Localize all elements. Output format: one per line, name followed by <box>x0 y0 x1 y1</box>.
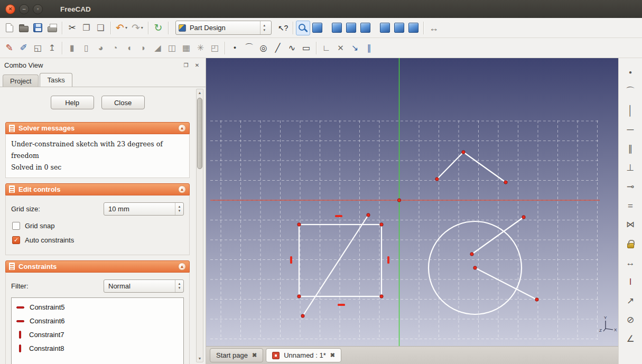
maximize-window-button[interactable] <box>33 4 43 14</box>
workbench-selector[interactable]: Part Design ▴▾ <box>175 21 272 35</box>
constraint-vertical-distance-icon[interactable]: I <box>622 274 638 290</box>
spinner-down-icon[interactable]: ▾ <box>264 28 266 32</box>
sketch-point[interactable] <box>473 266 477 269</box>
vertical-constraint-mark[interactable] <box>387 256 389 264</box>
close-tab-icon[interactable]: ✖ <box>330 352 335 359</box>
float-panel-icon[interactable]: ❐ <box>182 61 190 70</box>
spinner-up-icon[interactable]: ▴ <box>179 204 181 209</box>
tab-tasks[interactable]: Tasks <box>40 73 72 87</box>
sketch-point[interactable] <box>297 223 301 226</box>
fillet-icon[interactable]: ◖ <box>122 41 136 55</box>
edit-controls-header[interactable]: Edit controls ▲ <box>5 183 190 195</box>
groove-icon[interactable]: ◔ <box>108 41 122 55</box>
axonometric-view-icon[interactable] <box>310 21 324 35</box>
panel-scrollbar[interactable]: ▲ ▼ <box>196 89 203 362</box>
spinner-arrows[interactable]: ▴▾ <box>175 280 183 292</box>
tab-unnamed-document[interactable]: Unnamed : 1* ✖ <box>266 348 341 362</box>
workbench-spinner[interactable]: ▴▾ <box>260 21 268 34</box>
linear-pattern-icon[interactable]: ▦ <box>179 41 193 55</box>
undo-icon-dropdown[interactable]: ▾ <box>125 25 127 30</box>
constraint-item[interactable]: Constraint7 <box>12 328 183 342</box>
sketch-point[interactable] <box>367 213 370 217</box>
create-sketch-icon[interactable]: ✎ <box>2 41 16 55</box>
sketch-point[interactable] <box>462 151 465 154</box>
bottom-view-icon[interactable] <box>392 21 406 35</box>
close-panel-icon[interactable]: ✕ <box>193 61 201 70</box>
rectangle-icon[interactable]: ▭ <box>299 41 313 55</box>
constraint-symmetric-icon[interactable]: ⋈ <box>622 217 638 232</box>
constraint-item[interactable]: Constraint8 <box>12 342 183 356</box>
close-button[interactable]: Close <box>101 96 145 109</box>
constraints-header[interactable]: Constraints ▲ <box>5 260 190 273</box>
draft-icon[interactable]: ◢ <box>151 41 165 55</box>
sketch-fillet-icon[interactable]: ∟ <box>319 41 333 55</box>
undo-icon[interactable]: ↶▾ <box>114 21 129 35</box>
constraint-item[interactable]: Constraint6 <box>12 314 183 328</box>
left-view-icon[interactable] <box>406 21 421 35</box>
polar-pattern-icon[interactable]: ✳ <box>193 41 208 55</box>
rear-view-icon[interactable] <box>378 21 392 35</box>
redo-icon-dropdown[interactable]: ▾ <box>141 25 143 30</box>
constraint-coincident-icon[interactable]: ● <box>622 64 638 80</box>
reorient-sketch-icon[interactable]: ↥ <box>45 41 59 55</box>
point-icon[interactable]: ● <box>228 41 242 55</box>
sketch-point[interactable] <box>470 253 473 256</box>
toggle-construction-icon[interactable]: ∥ <box>362 41 376 55</box>
constraint-lock-icon[interactable] <box>622 236 638 251</box>
constraint-tangent-icon[interactable]: ⊸ <box>622 179 638 194</box>
revolution-icon[interactable]: ◕ <box>94 41 108 55</box>
constraint-point-on-object-icon[interactable]: ⌒ <box>622 83 638 99</box>
refresh-icon[interactable]: ↻ <box>151 21 165 35</box>
spinner-arrows[interactable]: ▴▾ <box>175 203 183 215</box>
constraint-radius-icon[interactable]: ⊘ <box>622 312 638 328</box>
tab-project[interactable]: Project <box>3 74 39 87</box>
sketch-canvas[interactable]: YXZ <box>206 58 618 346</box>
polyline-icon[interactable]: ∿ <box>285 41 299 55</box>
sketch-point[interactable] <box>435 178 439 181</box>
collapse-section-icon[interactable]: ▲ <box>178 124 186 132</box>
help-button[interactable]: Help <box>51 96 94 109</box>
solver-messages-header[interactable]: Solver messages ▲ <box>5 122 190 134</box>
mirrored-icon[interactable]: ◫ <box>165 41 179 55</box>
constraint-distance-icon[interactable]: ↗ <box>622 293 638 309</box>
grid-size-select[interactable]: 10 mm ▴▾ <box>104 202 184 216</box>
horizontal-constraint-mark[interactable] <box>335 215 342 217</box>
close-tab-icon[interactable]: ✖ <box>252 352 257 359</box>
sketch-point[interactable] <box>397 199 401 202</box>
external-geometry-icon[interactable]: ↘ <box>348 41 362 55</box>
edit-sketch-icon[interactable]: ✐ <box>16 41 31 55</box>
spinner-up-icon[interactable]: ▴ <box>179 282 181 286</box>
constraint-horizontal-distance-icon[interactable]: ↔ <box>622 255 638 270</box>
spinner-down-icon[interactable]: ▾ <box>179 209 181 213</box>
redo-icon[interactable]: ↷▾ <box>129 21 145 35</box>
spinner-down-icon[interactable]: ▾ <box>179 286 181 290</box>
chamfer-icon[interactable]: ◗ <box>136 41 151 55</box>
constraint-item[interactable]: Constraint5 <box>12 301 183 314</box>
sketch-point[interactable] <box>380 295 383 298</box>
save-icon[interactable] <box>31 21 45 35</box>
constraint-perpendicular-icon[interactable]: ⊥ <box>622 160 638 175</box>
scroll-up-icon[interactable]: ▲ <box>198 89 202 96</box>
line-icon[interactable]: ╱ <box>271 41 285 55</box>
scrollbar-thumb[interactable] <box>197 98 202 169</box>
sketch-point[interactable] <box>380 223 383 226</box>
print-icon[interactable] <box>45 21 59 35</box>
measure-distance-icon[interactable]: ↔ <box>426 21 441 35</box>
copy-icon[interactable]: ❐ <box>79 21 94 35</box>
cut-icon[interactable]: ✂ <box>65 21 79 35</box>
constraint-filter-select[interactable]: Normal ▴▾ <box>104 279 184 293</box>
constraint-parallel-icon[interactable]: ∥ <box>622 141 638 156</box>
horizontal-constraint-mark[interactable] <box>338 304 345 306</box>
front-view-icon[interactable] <box>330 21 344 35</box>
3d-viewport[interactable]: YXZ <box>206 58 618 346</box>
collapse-section-icon[interactable]: ▲ <box>178 185 186 193</box>
map-sketch-icon[interactable]: ◱ <box>31 41 45 55</box>
zoom-fit-icon[interactable] <box>296 21 310 35</box>
paste-icon[interactable]: ❑ <box>94 21 108 35</box>
pocket-icon[interactable]: ▯ <box>79 41 94 55</box>
collapse-section-icon[interactable]: ▲ <box>178 263 186 270</box>
constraint-equal-icon[interactable]: = <box>622 198 638 213</box>
scroll-down-icon[interactable]: ▼ <box>198 355 202 362</box>
arc-icon[interactable]: ⌒ <box>242 41 256 55</box>
close-window-button[interactable] <box>5 4 15 14</box>
